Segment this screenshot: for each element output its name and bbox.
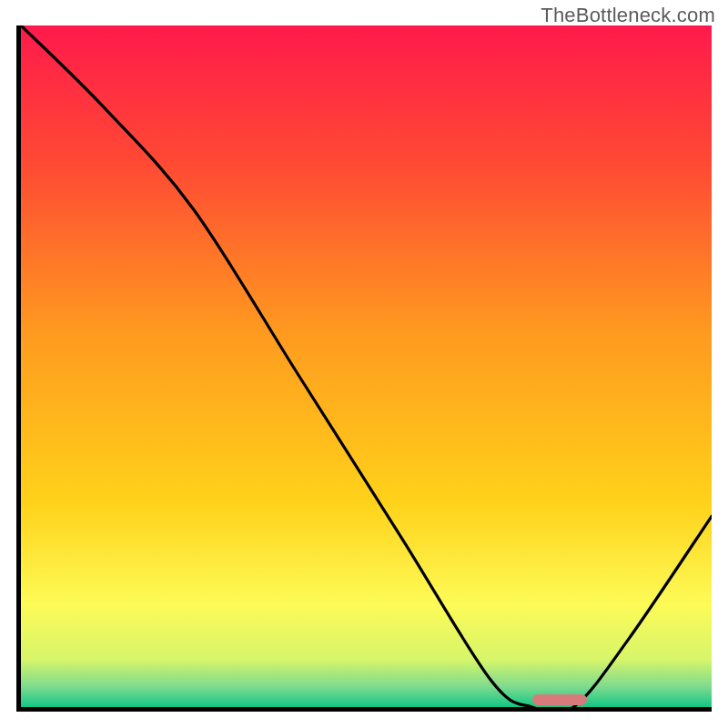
chart-container: TheBottleneck.com	[0, 0, 728, 728]
site-watermark: TheBottleneck.com	[541, 4, 715, 27]
plot-area	[16, 25, 712, 712]
curve-path	[21, 25, 712, 707]
optimal-marker	[532, 694, 588, 705]
bottleneck-curve	[21, 25, 712, 707]
